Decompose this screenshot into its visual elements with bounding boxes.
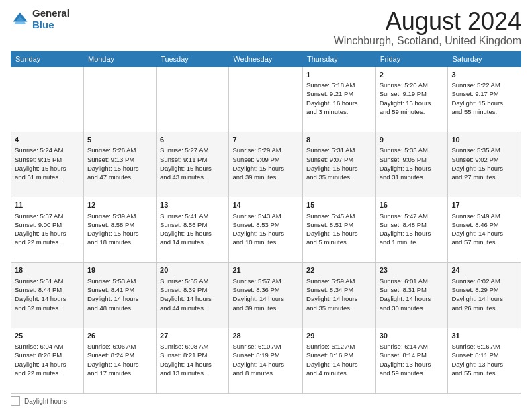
day-info: Sunset: 8:34 PM [306,285,372,294]
calendar-cell: 23Sunrise: 6:01 AMSunset: 8:31 PMDayligh… [375,263,448,328]
day-info: and 3 minutes. [306,107,372,116]
calendar-cell: 13Sunrise: 5:41 AMSunset: 8:56 PMDayligh… [157,197,229,263]
logo-blue-text: Blue [32,19,70,31]
day-info: and 31 minutes. [380,173,445,181]
calendar-cell: 14Sunrise: 5:43 AMSunset: 8:53 PMDayligh… [229,197,303,263]
day-info: Sunrise: 5:53 AM [87,277,152,285]
day-info: Sunrise: 5:20 AM [380,81,445,89]
day-number: 30 [380,331,445,341]
day-number: 8 [306,135,372,145]
calendar-cell: 8Sunrise: 5:31 AMSunset: 9:07 PMDaylight… [303,132,376,197]
logo-text: General Blue [32,8,70,30]
day-info: Sunrise: 5:51 AM [15,277,80,285]
day-info: Sunrise: 5:45 AM [306,212,372,220]
calendar-table: SundayMondayTuesdayWednesdayThursdayFrid… [11,51,521,394]
calendar-cell: 6Sunrise: 5:27 AMSunset: 9:11 PMDaylight… [157,132,229,197]
page: General Blue August 2024 Winchburgh, Sco… [0,0,532,411]
day-info: Daylight: 15 hours [15,229,80,238]
day-info: Sunset: 8:39 PM [160,285,225,294]
calendar-cell: 2Sunrise: 5:20 AMSunset: 9:19 PMDaylight… [375,66,448,132]
day-info: and 17 minutes. [87,369,152,377]
day-info: and 39 minutes. [232,304,299,312]
day-number: 11 [15,200,80,210]
day-info: and 55 minutes. [451,369,517,377]
week-row-0: 1Sunrise: 5:18 AMSunset: 9:21 PMDaylight… [11,66,521,132]
day-info: Daylight: 14 hours [306,360,372,369]
day-number: 5 [87,135,152,145]
calendar-cell: 17Sunrise: 5:49 AMSunset: 8:46 PMDayligh… [448,197,521,263]
day-number: 16 [380,200,445,210]
day-info: Sunrise: 5:57 AM [232,277,299,285]
calendar-cell: 4Sunrise: 5:24 AMSunset: 9:15 PMDaylight… [11,132,84,197]
col-header-friday: Friday [375,51,448,66]
calendar-cell: 20Sunrise: 5:55 AMSunset: 8:39 PMDayligh… [157,263,229,328]
day-info: Sunset: 8:29 PM [451,285,517,294]
day-number: 26 [87,331,152,341]
day-info: Sunset: 8:11 PM [451,351,517,359]
day-number: 21 [232,265,299,275]
week-row-1: 4Sunrise: 5:24 AMSunset: 9:15 PMDaylight… [11,132,521,197]
day-info: Daylight: 14 hours [232,294,299,303]
logo-general-text: General [32,8,70,19]
day-info: Sunset: 8:36 PM [232,285,299,294]
calendar-cell: 27Sunrise: 6:08 AMSunset: 8:21 PMDayligh… [157,328,229,393]
day-info: and 52 minutes. [15,304,80,312]
day-info: Sunset: 8:24 PM [87,351,152,359]
calendar-cell [83,66,156,132]
calendar-cell: 25Sunrise: 6:04 AMSunset: 8:26 PMDayligh… [11,328,84,393]
day-number: 18 [15,265,80,275]
day-info: Sunrise: 5:24 AM [15,146,80,154]
day-number: 24 [451,265,517,275]
day-info: Sunrise: 5:41 AM [160,212,225,220]
calendar-cell: 7Sunrise: 5:29 AMSunset: 9:09 PMDaylight… [229,132,303,197]
day-info: and 30 minutes. [380,304,445,312]
day-info: Sunrise: 5:29 AM [232,146,299,154]
day-info: Sunrise: 5:31 AM [306,146,372,154]
footer: Daylight hours [11,396,521,406]
day-info: and 35 minutes. [306,173,372,181]
day-info: and 8 minutes. [232,369,299,377]
top-section: General Blue August 2024 Winchburgh, Sco… [11,8,521,47]
day-info: Sunrise: 5:55 AM [160,277,225,285]
day-info: Daylight: 14 hours [160,360,225,369]
day-info: and 59 minutes. [380,107,445,116]
day-info: Daylight: 14 hours [380,294,445,303]
day-info: Daylight: 15 hours [380,99,445,107]
day-info: Sunset: 8:16 PM [306,351,372,359]
day-info: Sunset: 9:21 PM [306,89,372,98]
day-info: Daylight: 15 hours [232,229,299,238]
calendar-cell: 22Sunrise: 5:59 AMSunset: 8:34 PMDayligh… [303,263,376,328]
day-info: Sunset: 9:15 PM [15,155,80,164]
day-info: Sunrise: 6:10 AM [232,342,299,351]
day-info: and 47 minutes. [87,173,152,181]
day-info: Sunrise: 5:35 AM [451,146,517,154]
day-info: and 26 minutes. [451,304,517,312]
day-number: 19 [87,265,152,275]
day-number: 12 [87,200,152,210]
subtitle: Winchburgh, Scotland, United Kingdom [334,35,521,47]
day-info: Sunrise: 6:12 AM [306,342,372,351]
day-info: Sunset: 8:21 PM [160,351,225,359]
day-info: Sunset: 9:11 PM [160,155,225,164]
col-header-saturday: Saturday [448,51,521,66]
day-info: Daylight: 15 hours [87,229,152,238]
calendar-cell: 5Sunrise: 5:26 AMSunset: 9:13 PMDaylight… [83,132,156,197]
day-info: Daylight: 16 hours [306,99,372,107]
calendar-cell: 11Sunrise: 5:37 AMSunset: 9:00 PMDayligh… [11,197,84,263]
day-info: and 55 minutes. [451,107,517,116]
day-number: 6 [160,135,225,145]
calendar-cell: 1Sunrise: 5:18 AMSunset: 9:21 PMDaylight… [303,66,376,132]
day-info: Sunset: 9:02 PM [451,155,517,164]
day-info: Daylight: 15 hours [380,164,445,173]
day-info: Sunrise: 6:16 AM [451,342,517,351]
day-info: and 48 minutes. [87,304,152,312]
calendar-cell: 31Sunrise: 6:16 AMSunset: 8:11 PMDayligh… [448,328,521,393]
day-number: 29 [306,331,372,341]
daylight-box [11,396,20,406]
day-info: Sunset: 9:05 PM [380,155,445,164]
day-number: 28 [232,331,299,341]
day-info: Sunset: 9:17 PM [451,89,517,98]
day-info: Sunrise: 5:27 AM [160,146,225,154]
day-info: Sunset: 8:48 PM [380,220,445,229]
week-row-4: 25Sunrise: 6:04 AMSunset: 8:26 PMDayligh… [11,328,521,393]
